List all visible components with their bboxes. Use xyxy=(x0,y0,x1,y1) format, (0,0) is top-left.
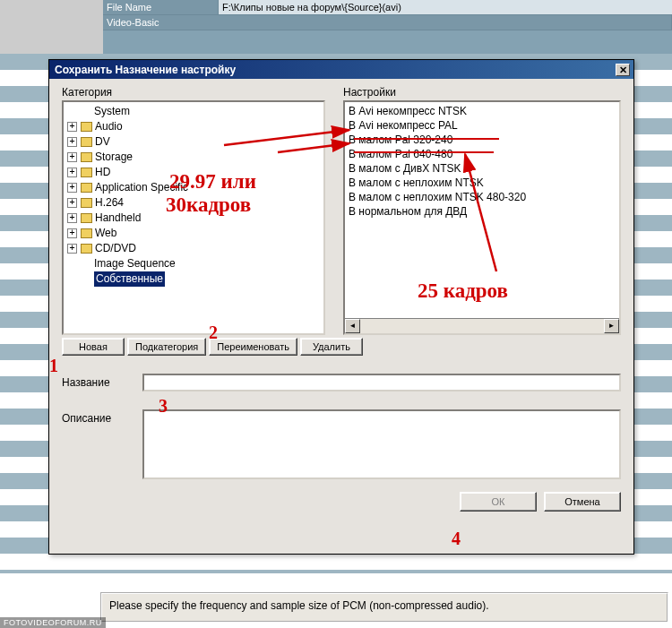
status-bar: Please specify the frequency and sample … xyxy=(100,592,668,623)
folder-icon xyxy=(81,244,92,254)
expand-icon[interactable]: + xyxy=(67,228,77,238)
tree-item[interactable]: Image Sequence xyxy=(67,256,323,271)
scroll-left-icon[interactable]: ◄ xyxy=(345,319,360,333)
tree-item[interactable]: +H.264 xyxy=(67,195,323,211)
folder-icon xyxy=(81,213,92,223)
save-preset-dialog: Сохранить Назначение настройку ✕ Категор… xyxy=(48,59,634,555)
expand-icon[interactable]: + xyxy=(67,183,77,193)
expand-icon[interactable]: + xyxy=(67,137,77,147)
tree-item[interactable]: +CD/DVD xyxy=(67,241,323,256)
subcategory-button[interactable]: Подкатегория xyxy=(127,338,206,356)
tree-item-label: H.264 xyxy=(95,195,124,211)
scroll-right-icon[interactable]: ► xyxy=(604,319,619,333)
expand-icon[interactable]: + xyxy=(67,152,77,162)
tree-item[interactable]: +Web xyxy=(67,226,323,241)
name-label: Название xyxy=(62,374,142,389)
tree-item[interactable]: +HD xyxy=(67,165,323,180)
tree-item[interactable]: System xyxy=(67,104,323,119)
tree-item[interactable]: +Handheld xyxy=(67,211,323,226)
tree-item[interactable]: +Audio xyxy=(67,119,323,134)
settings-item[interactable]: В Avi некомпресс NTSK xyxy=(349,104,616,118)
settings-item[interactable]: В малом Pal 320-240 xyxy=(349,133,616,147)
folder-icon xyxy=(81,152,92,162)
tree-item-label: CD/DVD xyxy=(95,241,136,256)
video-basic-label: Video-Basic xyxy=(103,15,672,30)
tree-item-label: DV xyxy=(95,134,110,150)
delete-button[interactable]: Удалить xyxy=(300,338,363,356)
scroll-track[interactable] xyxy=(360,319,604,333)
expand-icon[interactable]: + xyxy=(67,213,77,223)
tree-item[interactable]: +Application Specific xyxy=(67,180,323,195)
cancel-button[interactable]: Отмена xyxy=(544,492,621,512)
description-input[interactable] xyxy=(142,409,621,479)
settings-listbox[interactable]: В Avi некомпресс NTSKВ Avi некомпресс PA… xyxy=(343,100,621,335)
horizontal-scrollbar[interactable]: ◄ ► xyxy=(345,318,619,333)
dialog-titlebar[interactable]: Сохранить Назначение настройку ✕ xyxy=(49,60,633,79)
folder-icon xyxy=(81,183,92,193)
name-input[interactable] xyxy=(142,374,621,391)
rename-button[interactable]: Переименовать xyxy=(209,338,297,356)
settings-item[interactable]: В малом с неплохим NTSK xyxy=(349,176,616,190)
settings-item[interactable]: В малом с ДивХ NTSK xyxy=(349,161,616,176)
settings-item[interactable]: В малом Pal 640-480 xyxy=(349,147,616,161)
tree-item-label: Audio xyxy=(95,119,123,134)
expand-icon[interactable]: + xyxy=(67,122,77,132)
folder-icon xyxy=(81,122,92,132)
folder-icon xyxy=(81,198,92,208)
tree-item-label: Web xyxy=(95,226,116,241)
tree-item[interactable]: Собственные xyxy=(67,271,323,287)
description-label: Описание xyxy=(62,409,142,425)
category-tree[interactable]: System+Audio+DV+Storage+HD+Application S… xyxy=(62,100,325,335)
status-text: Please specify the frequency and sample … xyxy=(109,599,489,612)
tree-item-label: Storage xyxy=(95,150,133,165)
annotation-underline-2 xyxy=(354,151,494,153)
background-header: File Name F:\Клипы новые на форум\{Sourc… xyxy=(103,0,672,54)
tree-item-label: Application Specific xyxy=(95,180,188,195)
filename-label: File Name xyxy=(103,0,219,14)
tree-item-label: Handheld xyxy=(95,211,141,226)
tree-item-label: HD xyxy=(95,165,110,180)
annotation-underline-1 xyxy=(354,138,499,140)
tree-item[interactable]: +DV xyxy=(67,134,323,150)
folder-icon xyxy=(81,137,92,147)
tree-item-label: Собственные xyxy=(94,271,165,287)
watermark: FOTOVIDEOFORUM.RU xyxy=(0,617,106,628)
filename-value: F:\Клипы новые на форум\{Source}(avi) xyxy=(219,0,672,14)
close-button[interactable]: ✕ xyxy=(616,64,630,76)
tree-item-label: System xyxy=(94,104,130,119)
category-label: Категория xyxy=(62,86,325,99)
settings-item[interactable]: В Avi некомпресс PAL xyxy=(349,118,616,133)
tree-item[interactable]: +Storage xyxy=(67,150,323,165)
settings-label: Настройки xyxy=(343,86,621,99)
expand-icon[interactable]: + xyxy=(67,244,77,254)
settings-item[interactable]: В нормальном для ДВД xyxy=(349,204,616,219)
folder-icon xyxy=(81,168,92,177)
ok-button[interactable]: ОК xyxy=(460,492,537,512)
tree-item-label: Image Sequence xyxy=(94,256,176,271)
folder-icon xyxy=(81,228,92,238)
settings-item[interactable]: В малом с неплохим NTSK 480-320 xyxy=(349,190,616,204)
expand-icon[interactable]: + xyxy=(67,168,77,177)
dialog-title: Сохранить Назначение настройку xyxy=(55,64,236,76)
new-button[interactable]: Новая xyxy=(62,338,125,356)
expand-icon[interactable]: + xyxy=(67,198,77,208)
